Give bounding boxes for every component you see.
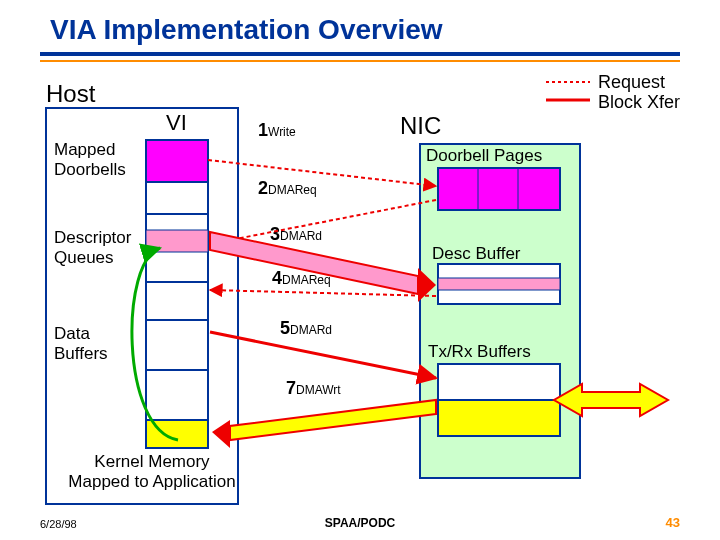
footer-page: 43 bbox=[666, 515, 680, 530]
footer-venue: SPAA/PODC bbox=[0, 516, 720, 530]
svg-marker-23 bbox=[554, 384, 668, 416]
svg-marker-19 bbox=[210, 232, 418, 294]
svg-marker-21 bbox=[230, 400, 436, 440]
arrows bbox=[0, 0, 720, 540]
svg-marker-22 bbox=[212, 420, 230, 448]
